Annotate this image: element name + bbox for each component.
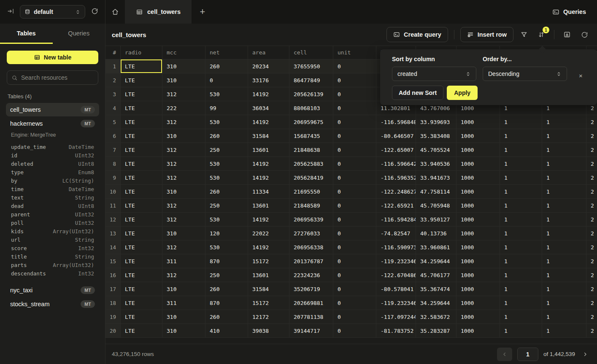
table-cell[interactable]: 310 <box>162 310 205 324</box>
table-cell[interactable]: 13601 <box>248 268 289 282</box>
page-number-input[interactable] <box>517 348 538 361</box>
table-cell[interactable]: 870 <box>205 296 248 310</box>
insert-row-button[interactable]: Insert row <box>460 27 513 42</box>
new-tab-button[interactable]: + <box>192 0 213 24</box>
table-cell[interactable]: -117.097244 <box>376 310 416 324</box>
table-cell[interactable]: 312 <box>162 213 205 226</box>
table-cell[interactable]: 45.705524 <box>416 143 457 157</box>
table-cell[interactable]: 2 <box>586 240 597 254</box>
table-cell[interactable]: 0 <box>333 213 376 226</box>
table-cell[interactable]: 12172 <box>248 310 289 324</box>
table-cell[interactable]: -80.646507 <box>376 129 416 143</box>
table-cell[interactable]: -122.65921 <box>376 199 416 213</box>
table-cell[interactable]: 530 <box>205 87 248 101</box>
row-number[interactable]: 17 <box>105 282 121 296</box>
table-cell[interactable]: -122.65007 <box>376 143 416 157</box>
table-cell[interactable]: 86477849 <box>289 73 333 87</box>
table-cell[interactable]: LTE <box>121 73 162 87</box>
table-cell[interactable]: 88068103 <box>289 101 333 115</box>
table-cell[interactable]: 0 <box>333 87 376 101</box>
create-query-button[interactable]: Create query <box>386 27 448 42</box>
table-cell[interactable]: 45.705948 <box>416 199 457 213</box>
table-cell[interactable]: LTE <box>121 268 162 282</box>
table-cell[interactable]: 33.941673 <box>416 171 457 185</box>
table-cell[interactable]: 1 <box>500 226 542 240</box>
home-button[interactable] <box>105 0 125 24</box>
table-cell[interactable]: -122.670486 <box>376 268 416 282</box>
table-cell[interactable]: 0 <box>333 115 376 129</box>
table-cell[interactable]: 2 <box>586 199 597 213</box>
table-cell[interactable]: 31584 <box>248 129 289 143</box>
table-cell[interactable]: LTE <box>121 324 162 338</box>
table-cell[interactable]: 1000 <box>457 226 500 240</box>
table-cell[interactable]: 222 <box>162 101 205 115</box>
sidebar-table-item[interactable]: cell_towersMT <box>6 103 99 116</box>
table-cell[interactable]: LTE <box>121 199 162 213</box>
table-cell[interactable]: -116.596642 <box>376 157 416 171</box>
table-cell[interactable]: 0 <box>333 143 376 157</box>
table-cell[interactable]: 45.706177 <box>416 268 457 282</box>
table-cell[interactable]: 1000 <box>457 213 500 226</box>
table-cell[interactable]: 34.259644 <box>416 296 457 310</box>
table-cell[interactable]: 201376787 <box>289 254 333 268</box>
table-cell[interactable]: 1 <box>542 324 586 338</box>
row-number[interactable]: 20 <box>105 324 121 338</box>
table-cell[interactable]: 2 <box>586 115 597 129</box>
table-cell[interactable]: 1 <box>500 115 542 129</box>
table-cell[interactable]: 1000 <box>457 240 500 254</box>
table-cell[interactable]: LTE <box>121 129 162 143</box>
apply-sort-button[interactable]: Apply <box>447 86 478 100</box>
table-cell[interactable]: 410 <box>205 324 248 338</box>
table-cell[interactable]: 99 <box>205 101 248 115</box>
table-cell[interactable]: 21848638 <box>289 143 333 157</box>
table-cell[interactable]: 1 <box>542 296 586 310</box>
table-cell[interactable]: 120 <box>205 226 248 240</box>
table-cell[interactable]: 0 <box>333 199 376 213</box>
table-cell[interactable]: 1 <box>542 310 586 324</box>
table-cell[interactable]: 0 <box>333 185 376 199</box>
table-cell[interactable]: 1 <box>542 185 586 199</box>
table-cell[interactable]: LTE <box>121 226 162 240</box>
table-cell[interactable]: LTE <box>121 310 162 324</box>
table-cell[interactable]: LTE <box>121 171 162 185</box>
table-cell[interactable]: 312 <box>162 199 205 213</box>
row-number[interactable]: 13 <box>105 226 121 240</box>
sidebar-tab-tables[interactable]: Tables <box>0 24 53 44</box>
table-cell[interactable]: 310 <box>162 129 205 143</box>
table-cell[interactable]: 1000 <box>457 282 500 296</box>
table-cell[interactable]: 250 <box>205 199 248 213</box>
table-cell[interactable]: 1000 <box>457 185 500 199</box>
column-header[interactable]: # <box>105 46 121 59</box>
table-cell[interactable]: 1 <box>500 324 542 338</box>
sort-column-select[interactable]: created <box>392 67 476 81</box>
table-cell[interactable]: 14192 <box>248 87 289 101</box>
table-cell[interactable]: LTE <box>121 282 162 296</box>
table-cell[interactable]: 310 <box>162 185 205 199</box>
table-cell[interactable]: 1000 <box>457 296 500 310</box>
table-cell[interactable]: LTE <box>121 157 162 171</box>
table-cell[interactable]: 312 <box>162 143 205 157</box>
table-cell[interactable]: -122.248627 <box>376 185 416 199</box>
table-cell[interactable]: 2 <box>586 296 597 310</box>
table-cell[interactable]: 206956338 <box>289 240 333 254</box>
table-cell[interactable]: 312 <box>162 115 205 129</box>
table-cell[interactable]: 260 <box>205 59 248 73</box>
table-cell[interactable]: 311 <box>162 254 205 268</box>
row-number[interactable]: 9 <box>105 171 121 185</box>
table-cell[interactable]: 14192 <box>248 171 289 185</box>
row-number[interactable]: 11 <box>105 199 121 213</box>
table-cell[interactable]: 1 <box>542 226 586 240</box>
table-cell[interactable]: 1000 <box>457 129 500 143</box>
table-cell[interactable]: 0 <box>333 254 376 268</box>
table-cell[interactable]: 39144717 <box>289 324 333 338</box>
table-cell[interactable]: 1 <box>500 213 542 226</box>
table-cell[interactable]: 21695550 <box>289 185 333 199</box>
row-number[interactable]: 8 <box>105 157 121 171</box>
table-cell[interactable]: 1 <box>500 143 542 157</box>
table-cell[interactable]: 39038 <box>248 324 289 338</box>
export-button[interactable] <box>560 28 574 41</box>
table-cell[interactable]: -116.596848 <box>376 115 416 129</box>
table-cell[interactable]: 207781138 <box>289 310 333 324</box>
table-cell[interactable]: 1000 <box>457 171 500 185</box>
sidebar-table-item[interactable]: stocks_streamMT <box>6 297 99 311</box>
